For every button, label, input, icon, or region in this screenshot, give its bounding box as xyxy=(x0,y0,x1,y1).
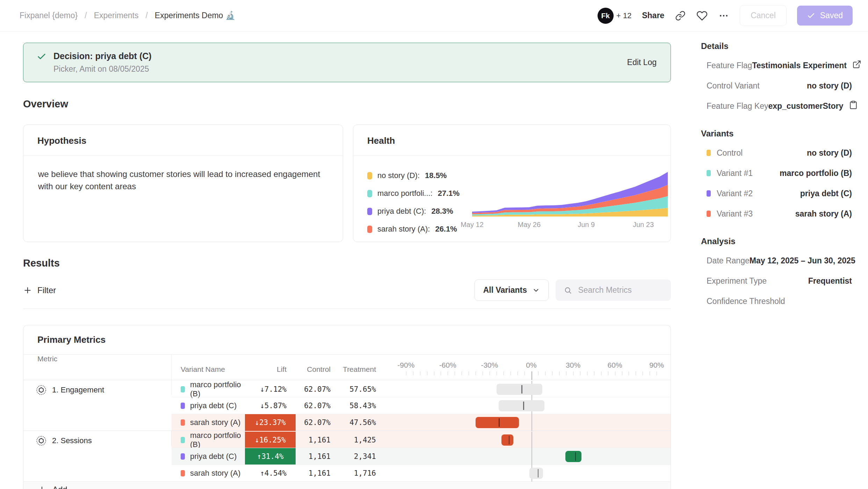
variant-name: marco portfolio (B) xyxy=(190,380,245,398)
sidebar-row-label: Control Variant xyxy=(707,81,760,91)
sidebar-row-value: priya debt (C) xyxy=(800,189,852,198)
variant-name: sarah story (A) xyxy=(190,418,240,427)
treatment-value: 47.56% xyxy=(338,418,383,427)
sidebar-value-text: priya debt (C) xyxy=(800,189,852,198)
sidebar-row-value: May 12, 2025 – Jun 30, 2025 xyxy=(750,256,855,265)
axis-minor-tick xyxy=(497,371,497,375)
lift-chip: ↓23.37% xyxy=(245,414,296,431)
lift-value: ↑4.54% xyxy=(245,469,296,477)
control-value: 62.07% xyxy=(296,418,338,427)
confidence-interval-cell xyxy=(392,432,671,448)
decision-author: Picker, Amit on 08/05/2025 xyxy=(53,64,152,74)
axis-tick-label: 60% xyxy=(608,361,622,369)
sidebar-row-label: Confidence Threshold xyxy=(707,297,785,306)
variant-swatch xyxy=(707,190,711,197)
axis-minor-tick xyxy=(580,371,580,375)
table-row[interactable]: sarah story (A)↓23.37%62.07%47.56% xyxy=(172,414,671,431)
search-metrics-input[interactable] xyxy=(577,285,663,295)
table-row[interactable]: sarah story (A)↑4.54%1,1611,716 xyxy=(172,465,671,481)
axis-minor-tick xyxy=(531,371,532,380)
more-options-icon[interactable] xyxy=(718,10,729,21)
divider xyxy=(23,309,671,309)
sidebar-row-label: Date Range xyxy=(707,256,750,265)
sidebar-label-text: Date Range xyxy=(707,256,750,265)
external-link-icon[interactable] xyxy=(852,60,861,71)
edit-log-button[interactable]: Edit Log xyxy=(627,58,657,67)
axis-minor-tick xyxy=(504,371,504,375)
axis-minor-tick xyxy=(448,371,448,375)
plus-icon xyxy=(23,286,32,295)
add-filter-button[interactable]: Filter xyxy=(23,285,56,295)
sidebar-value-text: no story (D) xyxy=(807,81,852,91)
legend-label: no story (D) xyxy=(377,171,420,180)
legend-value: 18.5% xyxy=(425,171,447,180)
top-bar-actions: Fk + 12 Share Cancel Saved xyxy=(598,5,853,26)
share-button[interactable]: Share xyxy=(642,11,664,20)
table-row[interactable]: priya debt (C)↓5.87%62.07%58.43% xyxy=(172,397,671,414)
x-axis-label: May 26 xyxy=(518,221,541,228)
lift-center-tick xyxy=(575,452,576,461)
legend-value: 27.1% xyxy=(438,189,460,198)
legend-label: priya debt (C) xyxy=(377,207,426,216)
avatar[interactable]: Fk xyxy=(598,8,614,24)
variant-cell: priya debt (C) xyxy=(172,452,245,461)
axis-minor-tick xyxy=(406,371,406,375)
variant-name: priya debt (C) xyxy=(190,401,237,410)
control-value: 1,161 xyxy=(296,469,338,477)
axis-minor-tick xyxy=(650,371,650,375)
sidebar-row-value: marco portfolio (B) xyxy=(780,169,852,178)
chevron-down-icon xyxy=(532,286,540,294)
sidebar-label-text: Variant #3 xyxy=(717,209,753,219)
control-value: 62.07% xyxy=(296,385,338,394)
plus-icon xyxy=(37,485,46,489)
collaborators[interactable]: Fk + 12 xyxy=(598,8,631,24)
table-row[interactable]: marco portfolio (B)↓16.25%1,1611,425 xyxy=(172,431,671,448)
copy-icon[interactable] xyxy=(849,100,858,112)
axis-minor-tick xyxy=(490,371,490,375)
axis-minor-tick xyxy=(455,371,455,375)
treatment-value: 58.43% xyxy=(338,402,383,410)
axis-minor-tick xyxy=(615,371,615,375)
axis-minor-tick xyxy=(587,371,587,375)
breadcrumb-project[interactable]: Fixpanel {demo} xyxy=(20,11,78,20)
axis-tick-label: -90% xyxy=(397,361,414,369)
axis-minor-tick xyxy=(608,371,608,375)
table-body: 1. Engagementmarco portfolio (B)↓7.12%62… xyxy=(23,380,671,481)
table-row[interactable]: marco portfolio (B)↓7.12%62.07%57.65% xyxy=(172,380,671,397)
axis-minor-tick xyxy=(427,371,427,375)
sidebar-row-value[interactable]: exp_customerStory xyxy=(768,100,858,112)
axis-minor-tick xyxy=(462,371,462,375)
axis-tick-label: -30% xyxy=(481,361,498,369)
axis-minor-tick xyxy=(594,371,594,375)
table-row[interactable]: priya debt (C)↑31.4%1,1612,341 xyxy=(172,448,671,465)
metric-group: 2. Sessionsmarco portfolio (B)↓16.25%1,1… xyxy=(23,431,671,481)
copy-link-icon[interactable] xyxy=(675,10,686,21)
metric-name-cell[interactable]: 1. Engagement xyxy=(23,380,172,395)
axis-minor-tick xyxy=(559,371,559,375)
search-metrics-box xyxy=(556,279,671,301)
lift-center-tick xyxy=(499,418,500,427)
variant-name: marco portfolio (B) xyxy=(190,431,245,449)
axis-tick-label: 30% xyxy=(566,361,580,369)
details-heading: Details xyxy=(701,41,852,51)
breadcrumb-experiments[interactable]: Experiments xyxy=(94,11,139,20)
variant-swatch xyxy=(181,470,185,476)
axis-minor-tick xyxy=(643,371,643,375)
treatment-value: 2,341 xyxy=(338,452,383,461)
variants-dropdown[interactable]: All Variants xyxy=(475,279,549,301)
lift-value: ↓5.87% xyxy=(245,402,296,410)
add-metric-button[interactable]: Add xyxy=(23,481,671,489)
x-axis-label: Jun 9 xyxy=(578,221,595,228)
axis-minor-tick xyxy=(601,371,601,375)
health-legend-item: no story (D)18.5% xyxy=(367,171,472,180)
saved-button[interactable]: Saved xyxy=(797,6,853,26)
breadcrumb-separator: / xyxy=(145,11,147,20)
favorite-heart-icon[interactable] xyxy=(696,10,708,21)
sidebar-value-text: Testimonials Experiment xyxy=(752,61,847,70)
cancel-button[interactable]: Cancel xyxy=(740,5,787,26)
lift-chip: ↑31.4% xyxy=(245,448,296,465)
metric-name-cell[interactable]: 2. Sessions xyxy=(23,431,172,446)
sidebar-row-value[interactable]: Testimonials Experiment xyxy=(752,60,861,71)
saved-label: Saved xyxy=(820,11,843,20)
sidebar-label-text: Feature Flag xyxy=(707,61,752,70)
